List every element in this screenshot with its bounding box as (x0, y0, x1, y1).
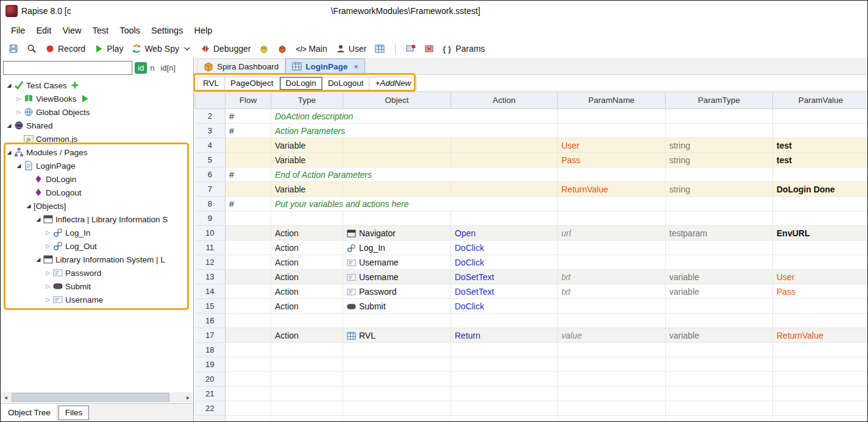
cell-param-name[interactable]: txt (558, 270, 666, 284)
menu-help[interactable]: Help (188, 23, 218, 38)
cell-param-type[interactable] (666, 167, 773, 182)
cell-param-name[interactable]: url (558, 226, 666, 241)
cell-flow[interactable] (226, 372, 271, 387)
cell-param-name[interactable] (558, 299, 666, 314)
window-select-button[interactable] (402, 42, 420, 55)
cell-action[interactable] (451, 138, 558, 153)
row-number[interactable]: 13 (195, 270, 226, 284)
cell-param-type[interactable] (666, 357, 773, 372)
cell-param-type[interactable] (666, 314, 773, 328)
spy-red-button[interactable] (273, 42, 291, 55)
cell-param-value[interactable]: DoLogin Done (773, 182, 868, 197)
cell-object[interactable] (343, 138, 451, 153)
cell-flow[interactable] (226, 299, 271, 314)
cell-action[interactable] (451, 401, 558, 416)
menu-test[interactable]: Test (87, 23, 115, 38)
cell-flow[interactable]: # (226, 197, 271, 211)
expanded-arrow-icon[interactable]: ◢ (4, 82, 14, 88)
cell-param-name[interactable] (558, 314, 666, 328)
collapsed-arrow-icon[interactable]: ▷ (43, 243, 53, 249)
tree-item-shared[interactable]: ◢Shared (1, 119, 193, 132)
cell-flow[interactable]: # (226, 167, 271, 182)
row-number[interactable] (195, 416, 226, 422)
cell-object[interactable]: Username (343, 270, 451, 284)
row-number[interactable]: 4 (195, 138, 226, 153)
cell-object[interactable] (343, 153, 451, 167)
row-number[interactable]: 3 (195, 124, 226, 138)
cell-action[interactable]: Return (451, 328, 558, 343)
cell-param-type[interactable] (666, 401, 773, 416)
play-button[interactable]: Play (90, 42, 127, 55)
cell-flow[interactable]: # (226, 124, 271, 138)
cell-object[interactable]: Navigator (343, 226, 451, 241)
cell-type[interactable] (271, 211, 343, 226)
cell-flow[interactable] (226, 241, 271, 255)
record-button[interactable]: Record (41, 42, 90, 55)
cell-param-value[interactable]: EnvURL (773, 226, 868, 241)
cell-action[interactable] (451, 314, 558, 328)
row-number[interactable]: 21 (195, 387, 226, 401)
cell-param-name[interactable] (558, 211, 666, 226)
cell-param-value[interactable] (773, 255, 868, 270)
row-number[interactable]: 12 (195, 255, 226, 270)
menu-edit[interactable]: Edit (30, 23, 57, 38)
cell-param-value[interactable] (773, 357, 868, 372)
expanded-arrow-icon[interactable]: ◢ (24, 203, 34, 209)
row-number[interactable]: 22 (195, 401, 226, 416)
sheet-tab-rvl[interactable]: RVL (197, 77, 225, 90)
cell-flow[interactable] (226, 182, 271, 197)
cell-param-value[interactable]: Pass (773, 284, 868, 299)
cell-type[interactable] (271, 416, 343, 422)
cell-param-name[interactable]: Pass (558, 153, 666, 167)
tree-item-library-information-system-l[interactable]: ◢Library Information System | L (1, 253, 193, 266)
row-number[interactable]: 8 (195, 197, 226, 211)
menu-file[interactable]: File (5, 23, 30, 38)
cell-type[interactable]: Action (271, 299, 343, 314)
cell-flow[interactable] (226, 211, 271, 226)
column-header-type[interactable]: Type (271, 92, 343, 109)
cell-object[interactable] (343, 211, 451, 226)
cell-param-value[interactable] (773, 197, 868, 211)
row-number[interactable]: 6 (195, 167, 226, 182)
cell-param-value[interactable] (773, 109, 868, 124)
cell-comment[interactable]: DoAction description (271, 109, 558, 124)
cell-param-name[interactable] (558, 109, 666, 124)
cell-param-name[interactable]: value (558, 328, 666, 343)
scrollbar-thumb[interactable] (12, 393, 169, 402)
cell-type[interactable]: Action (271, 270, 343, 284)
expanded-arrow-icon[interactable]: ◢ (34, 216, 43, 222)
column-header-paramname[interactable]: ParamName (558, 92, 666, 109)
cell-param-value[interactable]: test (773, 138, 868, 153)
cell-param-name[interactable] (558, 255, 666, 270)
sheet-tab-pageobject[interactable]: PageObject (225, 77, 280, 90)
cell-param-name[interactable] (558, 197, 666, 211)
cell-type[interactable]: Variable (271, 182, 343, 197)
scroll-left-icon[interactable]: ◂ (1, 394, 11, 401)
tree-item-dologout[interactable]: DoLogout (1, 186, 193, 199)
cell-param-type[interactable] (666, 387, 773, 401)
web-spy-button[interactable]: Web Spy (127, 42, 196, 55)
tree-item-test-cases[interactable]: ◢Test Cases (1, 79, 193, 92)
cell-flow[interactable] (226, 401, 271, 416)
spy-yellow-button[interactable] (255, 42, 273, 55)
cell-param-value[interactable] (773, 314, 868, 328)
cell-flow[interactable] (226, 153, 271, 167)
row-number[interactable]: 9 (195, 211, 226, 226)
cell-comment[interactable]: Put your variables and actions here (271, 197, 558, 211)
cell-action[interactable]: Open (451, 226, 558, 241)
cell-flow[interactable] (226, 284, 271, 299)
column-header-paramvalue[interactable]: ParamValue (773, 92, 868, 109)
column-header-paramtype[interactable]: ParamType (666, 92, 773, 109)
row-number[interactable]: 5 (195, 153, 226, 167)
cell-type[interactable]: Action (271, 284, 343, 299)
row-number[interactable]: 15 (195, 299, 226, 314)
cell-comment[interactable]: Action Parameters (271, 124, 558, 138)
cell-action[interactable]: DoClick (451, 241, 558, 255)
cell-param-type[interactable] (666, 211, 773, 226)
collapsed-arrow-icon[interactable]: ▷ (43, 297, 53, 303)
row-number[interactable]: 10 (195, 226, 226, 241)
column-header-flow[interactable]: Flow (226, 92, 271, 109)
cell-object[interactable] (343, 372, 451, 387)
cell-action[interactable] (451, 153, 558, 167)
sheet-tab-dologout[interactable]: DoLogout (322, 77, 370, 90)
